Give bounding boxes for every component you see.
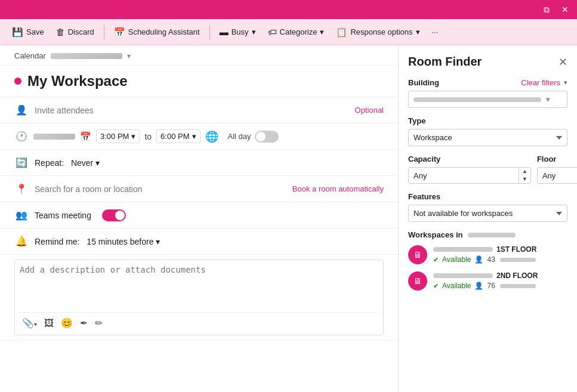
building-chevron-icon: ▾	[564, 79, 567, 87]
workspace-item-2[interactable]: 🖥 2ND FLOOR ✔ Available 👤 76	[408, 271, 567, 291]
room-finder-title: Room Finder	[408, 55, 482, 69]
repeat-row: 🔄 Repeat: Never ▾	[0, 150, 398, 176]
busy-icon: ▬	[220, 27, 229, 37]
available-label-1: Available	[442, 255, 471, 264]
date-value	[33, 134, 75, 140]
clock-icon: 🕐	[14, 131, 29, 142]
optional-label[interactable]: Optional	[355, 106, 384, 115]
description-toolbar: 📎▾ 🖼 😊 ✒ ✏	[20, 312, 378, 330]
main-layout: Calendar ▾ 👤 Optional 🕐 📅 3:00 PM ▾	[0, 45, 577, 392]
emoji-button[interactable]: 😊	[58, 316, 75, 330]
capacity-down-button[interactable]: ▼	[519, 175, 530, 183]
workspace-item-1[interactable]: 🖥 1ST FLOOR ✔ Available 👤 43	[408, 245, 567, 264]
more-label: ···	[432, 27, 439, 36]
clear-filters-button[interactable]: Clear filters	[521, 78, 560, 87]
workspaces-section: Workspaces in 🖥 1ST FLOOR ✔ Available 👤 …	[408, 230, 567, 291]
busy-button[interactable]: ▬ Busy ▾	[215, 24, 261, 39]
close-button[interactable]: ✕	[558, 4, 572, 16]
description-row: 📎▾ 🖼 😊 ✒ ✏	[0, 255, 398, 341]
capacity-floor-row: Capacity ▲ ▼ Floor ▲ ▼	[408, 155, 567, 184]
save-label: Save	[26, 27, 44, 36]
calendar-value	[51, 53, 122, 59]
remind-value: 15 minutes before	[87, 237, 153, 246]
image-button[interactable]: 🖼	[42, 317, 56, 330]
attendees-row: 👤 Optional	[0, 97, 398, 124]
allday-toggle-row: All day	[228, 131, 279, 143]
discard-button[interactable]: 🗑 Discard	[51, 24, 99, 39]
workspaces-in-label: Workspaces in	[408, 230, 463, 239]
allday-toggle[interactable]	[255, 131, 279, 143]
time-end-chevron-icon: ▾	[192, 132, 196, 141]
discard-icon: 🗑	[56, 27, 65, 37]
signature-button[interactable]: ✒	[78, 316, 90, 330]
restore-button[interactable]: ⧉	[540, 4, 553, 16]
teams-toggle-slider	[102, 209, 126, 221]
teams-toggle[interactable]	[102, 209, 126, 221]
capacity-col: Capacity ▲ ▼	[408, 155, 531, 184]
time-start-chevron-icon: ▾	[131, 132, 135, 141]
workspace-avatar-2: 🖥	[408, 271, 427, 291]
remind-row: 🔔 Remind me: 15 minutes before ▾	[0, 229, 398, 255]
response-button[interactable]: 📋 Response options ▾	[331, 24, 424, 40]
save-button[interactable]: 💾 Save	[7, 24, 49, 40]
scheduling-button[interactable]: 📅 Scheduling Assistant	[109, 24, 205, 40]
repeat-button[interactable]: Repeat: Never ▾	[35, 158, 100, 168]
to-label: to	[144, 132, 152, 141]
categorize-label: Categorize	[280, 27, 317, 36]
categorize-icon: 🏷	[268, 27, 277, 37]
type-select[interactable]: Workspace	[408, 129, 567, 146]
features-label: Features	[408, 192, 440, 201]
pen-button[interactable]: ✏	[92, 316, 105, 330]
teams-row: 👥 Teams meeting	[0, 202, 398, 229]
person-icon: 👤	[14, 104, 29, 116]
teams-label: Teams meeting	[35, 211, 91, 220]
title-input[interactable]	[27, 73, 384, 89]
workspace-extra-bar-1	[500, 258, 536, 262]
response-chevron-icon: ▾	[416, 27, 420, 36]
repeat-value: Never	[71, 158, 93, 168]
room-finder-header: Room Finder ✕	[408, 55, 567, 69]
time-start-select[interactable]: 3:00 PM ▾	[96, 129, 140, 143]
capacity-up-button[interactable]: ▲	[519, 168, 530, 175]
calendar-picker-icon[interactable]: 📅	[80, 131, 91, 142]
workspace-name-bar-1	[433, 247, 493, 252]
teams-icon: 👥	[14, 209, 29, 221]
description-textarea[interactable]	[20, 265, 378, 307]
location-row: 📍 Book a room automatically	[0, 176, 398, 202]
building-dropdown-chevron-icon: ▾	[546, 95, 550, 104]
capacity-icon-2: 👤	[474, 282, 483, 290]
more-button[interactable]: ···	[427, 25, 443, 39]
workspace-floor-2: 2ND FLOOR	[496, 271, 538, 280]
attendees-input[interactable]	[35, 106, 349, 115]
time-end-select[interactable]: 6:00 PM ▾	[156, 129, 200, 143]
capacity-icon-1: 👤	[474, 255, 483, 264]
remind-button[interactable]: Remind me: 15 minutes before ▾	[35, 237, 160, 246]
building-dropdown[interactable]: ▾	[408, 91, 567, 108]
workspace-avatar-1: 🖥	[408, 245, 427, 264]
capacity-spinbox: ▲ ▼	[408, 167, 531, 184]
location-input[interactable]	[35, 184, 286, 194]
title-bar: ⧉ ✕	[0, 0, 577, 19]
room-finder-close-button[interactable]: ✕	[559, 55, 567, 69]
workspace-name-bar-2	[433, 273, 493, 278]
remind-chevron-icon: ▾	[156, 237, 160, 246]
busy-chevron-icon: ▾	[252, 27, 256, 36]
workspaces-building-bar	[468, 233, 516, 237]
features-select[interactable]: Not available for workspaces	[408, 205, 567, 222]
calendar-chevron-icon[interactable]: ▾	[127, 52, 131, 60]
floor-spinbox: ▲ ▼	[537, 167, 577, 184]
building-value-bar	[414, 97, 541, 102]
book-auto-link[interactable]: Book a room automatically	[292, 184, 384, 193]
attach-button[interactable]: 📎▾	[20, 316, 39, 330]
capacity-label: Capacity	[408, 155, 531, 163]
toolbar: 💾 Save 🗑 Discard 📅 Scheduling Assistant …	[0, 19, 577, 45]
categorize-button[interactable]: 🏷 Categorize ▾	[263, 24, 329, 39]
repeat-chevron-icon: ▾	[95, 158, 100, 168]
toggle-slider	[255, 131, 279, 143]
response-icon: 📋	[336, 27, 347, 38]
capacity-input[interactable]	[409, 168, 519, 183]
categorize-chevron-icon: ▾	[320, 27, 324, 36]
floor-input[interactable]	[538, 168, 577, 183]
repeat-label: Repeat:	[35, 158, 64, 168]
alarm-icon: 🔔	[14, 236, 29, 247]
